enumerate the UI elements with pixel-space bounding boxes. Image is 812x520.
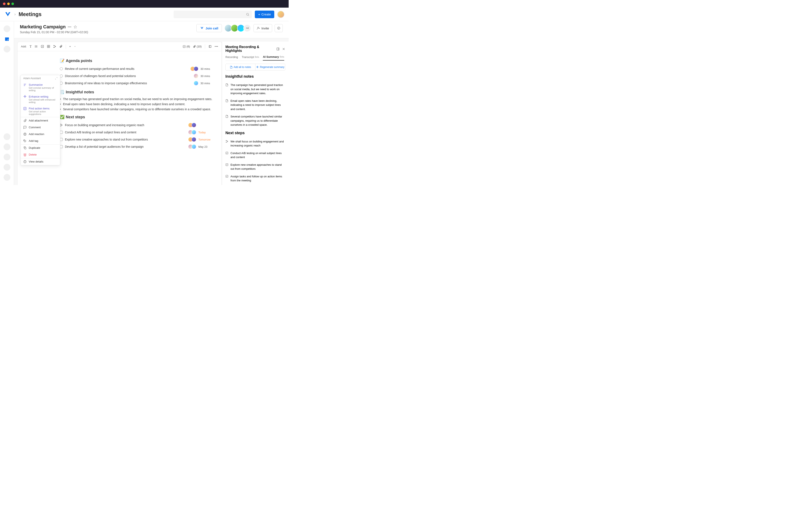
sp-note-item[interactable]: The campaign has generated good traction…: [225, 81, 285, 97]
menu-duplicate[interactable]: Duplicate: [21, 145, 60, 151]
expand-tool-icon[interactable]: [208, 45, 212, 48]
enhance-icon: [23, 95, 27, 98]
step-text: Develop a list of potential target audie…: [65, 145, 186, 148]
sp-step-item[interactable]: Explore new creative approaches to stand…: [225, 161, 285, 173]
checkbox-icon[interactable]: [60, 145, 63, 148]
maximize-window-icon[interactable]: [11, 3, 14, 5]
close-icon[interactable]: [282, 47, 285, 51]
close-window-icon[interactable]: [3, 3, 5, 5]
menu-delete[interactable]: Delete: [21, 151, 60, 158]
attendee-more[interactable]: +4: [243, 24, 251, 32]
rail-item[interactable]: [4, 154, 10, 160]
plus-tool-icon[interactable]: +: [69, 45, 71, 48]
rail-item[interactable]: [4, 174, 10, 181]
menu-tag[interactable]: Add tag: [21, 137, 60, 144]
invite-icon: [257, 26, 260, 30]
meeting-header: Marketing Campaign ••• Sunday Feb 15, 01…: [14, 21, 289, 38]
svg-marker-5: [74, 25, 77, 28]
menu-details[interactable]: View details: [21, 158, 60, 165]
attachment-count[interactable]: (10): [193, 45, 201, 48]
menu-summarize[interactable]: SummarizeGet concise summary of writing: [21, 81, 60, 93]
rail-item[interactable]: [4, 164, 10, 171]
duplicate-icon: [23, 146, 27, 150]
add-all-notes-button[interactable]: Add all to notes: [226, 64, 255, 70]
branch-tool-icon[interactable]: [53, 45, 56, 48]
step-text: Focus on building engagement and increas…: [65, 123, 186, 127]
breadcrumb-chevron-icon: ›: [15, 12, 16, 17]
menu-comment[interactable]: Comment: [21, 124, 60, 131]
note-bullet[interactable]: Email open rates have been declining, in…: [60, 102, 213, 107]
tab-ai-summary[interactable]: AI SummaryBeta: [263, 55, 284, 60]
tab-recording[interactable]: Recording: [225, 55, 238, 60]
sp-step-item[interactable]: Conduct A/B testing on email subject lin…: [225, 150, 285, 161]
rail-item[interactable]: [4, 133, 10, 140]
rail-item-calendar[interactable]: [4, 35, 10, 42]
create-button[interactable]: + Create: [255, 10, 274, 18]
meeting-more-icon[interactable]: •••: [68, 25, 72, 29]
rail-item[interactable]: [4, 144, 10, 150]
sp-note-item[interactable]: Several competitors have launched simila…: [225, 113, 285, 129]
step-item[interactable]: Conduct A/B testing on email subject lin…: [60, 129, 213, 136]
assignee-avatar: [192, 144, 196, 149]
assignee-avatar: [194, 74, 198, 78]
agenda-text: Brainstorming of new ideas to improve ca…: [65, 81, 192, 85]
branch-icon: [225, 140, 228, 143]
agenda-item[interactable]: Discussion of challenges faced and poten…: [60, 72, 213, 80]
svg-point-23: [54, 47, 54, 48]
menu-attachment[interactable]: Add attachment: [21, 117, 60, 124]
step-item[interactable]: Focus on building engagement and increas…: [60, 122, 213, 129]
regenerate-button[interactable]: Regenerate summary: [255, 64, 285, 70]
sp-note-item[interactable]: Email open rates have been declining, in…: [225, 97, 285, 113]
svg-point-4: [7, 40, 9, 41]
star-icon[interactable]: [74, 25, 77, 29]
svg-point-9: [277, 27, 280, 29]
attachment-tool-icon[interactable]: [59, 45, 62, 48]
chat-button[interactable]: [275, 24, 283, 32]
expand-icon[interactable]: [55, 77, 57, 80]
side-panel-tabs: Recording TranscriptBeta AI SummaryBeta: [225, 55, 285, 61]
assignee-avatar: [194, 67, 198, 71]
chevron-down-icon[interactable]: [74, 45, 76, 48]
sp-step-item[interactable]: We shall focus on building engagement an…: [225, 138, 285, 150]
note-bullet[interactable]: The campaign has generated good traction…: [60, 97, 213, 102]
text-tool-icon[interactable]: T: [30, 45, 32, 49]
svg-rect-26: [209, 46, 211, 48]
more-icon[interactable]: •••: [215, 45, 218, 48]
user-avatar[interactable]: [277, 11, 284, 18]
invite-button[interactable]: Invite: [254, 24, 272, 32]
agenda-item[interactable]: Review of current campaign performance a…: [60, 65, 213, 72]
minimize-window-icon[interactable]: [7, 3, 10, 5]
step-item[interactable]: Explore new creative approaches to stand…: [60, 136, 213, 143]
info-icon: [23, 160, 27, 163]
checkbox-icon[interactable]: [60, 131, 63, 134]
list-tool-icon[interactable]: [35, 45, 38, 48]
page-title: Meetings: [19, 11, 41, 17]
menu-enhance[interactable]: Enhance writingGet ahead with enhanced w…: [21, 93, 60, 105]
rail-item[interactable]: [4, 46, 10, 52]
tab-transcript[interactable]: TranscriptBeta: [242, 55, 259, 60]
checkbox-tool-icon[interactable]: [41, 45, 44, 48]
search-input[interactable]: [174, 10, 252, 18]
table-tool-icon[interactable]: [47, 45, 50, 48]
search-icon: [246, 13, 249, 16]
branch-icon: [60, 124, 63, 127]
panel-layout-icon[interactable]: [276, 47, 280, 51]
agenda-item[interactable]: Brainstorming of new ideas to improve ca…: [60, 80, 213, 87]
agenda-text: Discussion of challenges faced and poten…: [65, 74, 192, 78]
check-count[interactable]: (6): [183, 45, 190, 48]
sp-step-item[interactable]: Assign tasks and follow up on action ite…: [225, 173, 285, 184]
app-logo-icon: [4, 11, 11, 18]
step-item[interactable]: Develop a list of potential target audie…: [60, 143, 213, 150]
menu-reaction[interactable]: Add reaction: [21, 131, 60, 137]
join-call-button[interactable]: Join call: [196, 24, 222, 32]
svg-point-29: [60, 126, 61, 126]
assignee-avatar: [192, 130, 196, 135]
paperclip-icon: [23, 119, 27, 122]
checkbox-icon[interactable]: [60, 138, 63, 141]
agenda-section-title: 📝 Agenda points: [60, 58, 213, 63]
svg-rect-39: [25, 148, 26, 149]
note-bullet[interactable]: Several competitors have launched simila…: [60, 107, 213, 112]
menu-find-actions[interactable]: Find action itemsGet smart action sugges…: [21, 105, 60, 117]
rail-item[interactable]: [4, 25, 10, 32]
plus-icon: +: [258, 12, 260, 16]
